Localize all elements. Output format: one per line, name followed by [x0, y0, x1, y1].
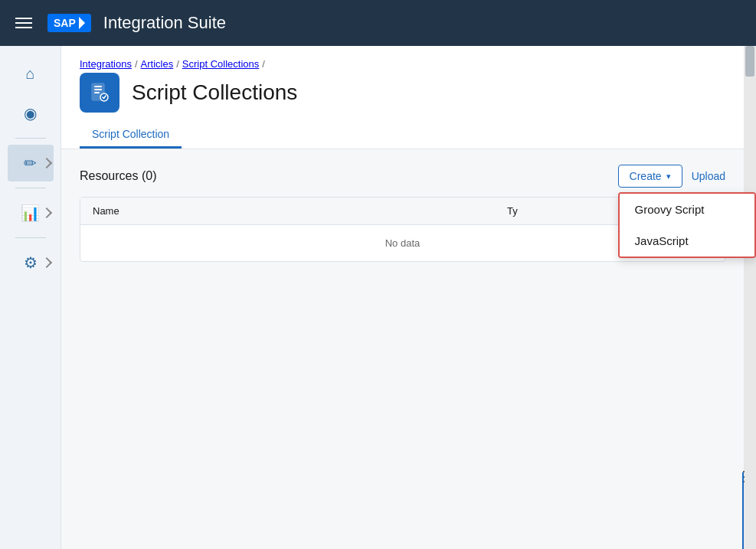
sidebar-divider-1	[15, 138, 46, 139]
scroll-thumb[interactable]	[745, 46, 754, 77]
sidebar-item-monitor[interactable]: 📊	[8, 194, 54, 231]
sap-logo: SAP	[47, 14, 91, 32]
main-content: Resources (0) Create ▾ Groovy Script Jav…	[61, 149, 744, 549]
menu-toggle-button[interactable]	[12, 15, 35, 31]
svg-rect-3	[94, 92, 100, 93]
settings-icon: ⚙	[24, 253, 38, 272]
column-type: Ty	[495, 198, 610, 224]
breadcrumb-script-collections[interactable]: Script Collections	[182, 58, 259, 70]
more-options-button[interactable]: ⋮	[734, 465, 754, 488]
sidebar-expand-icon	[41, 158, 51, 168]
svg-rect-2	[94, 89, 102, 90]
column-name: Name	[80, 198, 495, 224]
design-icon: ✏	[24, 154, 37, 172]
breadcrumb-sep-2: /	[176, 58, 179, 70]
create-dropdown-menu: Groovy Script JavaScript	[618, 192, 756, 258]
breadcrumb-sep-1: /	[135, 58, 138, 70]
svg-rect-1	[94, 86, 102, 87]
main-layout: ⌂ ◉ ✏ 📊 ⚙ Integrations / Articles	[0, 46, 756, 549]
monitor-icon: 📊	[21, 204, 40, 222]
upload-button[interactable]: Upload	[692, 170, 725, 182]
home-icon: ⌂	[25, 65, 34, 83]
sap-logo-triangle	[79, 17, 85, 29]
dropdown-item-groovy[interactable]: Groovy Script	[620, 194, 754, 225]
sidebar-divider-3	[15, 237, 46, 238]
breadcrumb-sep-3: /	[262, 58, 265, 70]
page-header: Integrations / Articles / Script Collect…	[61, 46, 744, 149]
page-title: Script Collections	[132, 80, 297, 105]
vertical-line	[742, 472, 744, 549]
create-button[interactable]: Create ▾	[618, 165, 682, 188]
tabs: Script Collection	[80, 122, 725, 149]
sidebar-item-design[interactable]: ✏	[8, 145, 54, 181]
top-navigation: SAP Integration Suite	[0, 0, 756, 46]
sidebar-expand-icon-2	[41, 208, 51, 218]
tab-script-collection[interactable]: Script Collection	[80, 122, 182, 149]
sidebar: ⌂ ◉ ✏ 📊 ⚙	[0, 46, 61, 549]
right-panel: ⋮	[744, 46, 756, 549]
page-icon	[80, 73, 119, 113]
sidebar-item-home[interactable]: ⌂	[8, 55, 54, 92]
breadcrumb: Integrations / Articles / Script Collect…	[80, 58, 725, 70]
sidebar-divider-2	[15, 188, 46, 188]
discover-icon: ◉	[24, 104, 37, 123]
resources-header: Resources (0) Create ▾ Groovy Script Jav…	[80, 165, 725, 188]
sidebar-expand-icon-3	[41, 257, 51, 268]
app-title: Integration Suite	[103, 13, 226, 33]
chevron-down-icon: ▾	[666, 172, 671, 181]
resources-title: Resources (0)	[80, 169, 156, 183]
page-header-top: Script Collections	[80, 73, 725, 113]
breadcrumb-integrations[interactable]: Integrations	[80, 58, 132, 70]
breadcrumb-articles[interactable]: Articles	[141, 58, 174, 70]
dropdown-item-javascript[interactable]: JavaScript	[620, 225, 754, 257]
content-area: Integrations / Articles / Script Collect…	[61, 46, 744, 549]
sidebar-item-settings[interactable]: ⚙	[8, 244, 54, 281]
sidebar-item-discover[interactable]: ◉	[8, 95, 54, 132]
resources-actions: Create ▾ Groovy Script JavaScript Upload	[618, 165, 725, 188]
